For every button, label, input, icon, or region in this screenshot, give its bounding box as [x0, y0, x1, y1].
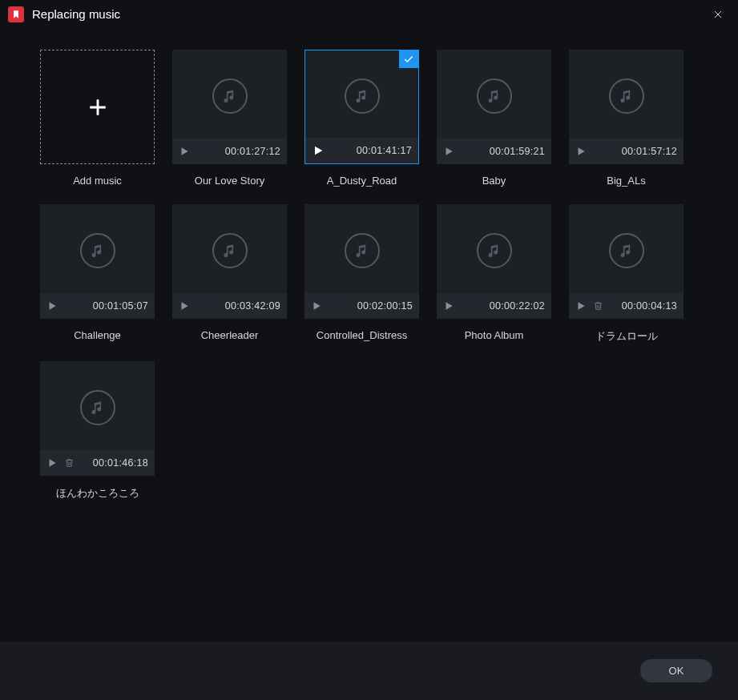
music-tile: 00:01:59:21Baby [437, 50, 551, 187]
time-strip: 00:02:00:15 [304, 293, 419, 319]
time-strip: 00:01:05:07 [40, 293, 155, 319]
music-tile: 00:03:42:09Cheerleader [172, 204, 287, 344]
music-thumb[interactable]: 00:01:05:07 [40, 204, 155, 319]
music-thumb[interactable]: 00:00:22:02 [437, 204, 551, 319]
play-button[interactable] [179, 300, 190, 312]
music-thumb[interactable]: 00:01:27:12 [172, 50, 287, 164]
delete-button[interactable] [64, 457, 75, 469]
play-button[interactable] [312, 144, 325, 157]
music-thumb[interactable]: 00:01:46:18 [40, 361, 155, 476]
selected-check-icon [399, 50, 418, 68]
play-button[interactable] [46, 300, 58, 312]
duration-text: 00:01:27:12 [225, 146, 280, 157]
time-strip: 00:01:46:18 [40, 450, 155, 476]
window-title: Replacing music [32, 7, 120, 21]
music-name: Big_ALs [607, 175, 645, 187]
music-name: ドラムロール [595, 329, 658, 344]
music-note-icon [212, 233, 248, 268]
play-button[interactable] [443, 300, 454, 312]
time-strip: 00:00:04:13 [569, 293, 684, 319]
music-thumb[interactable]: 00:00:04:13 [569, 204, 684, 319]
music-note-icon [609, 233, 644, 268]
add-music-tile: Add music [40, 50, 155, 187]
time-strip: 00:03:42:09 [172, 293, 287, 319]
music-tile: 00:00:04:13ドラムロール [569, 204, 684, 344]
music-note-icon [345, 233, 380, 268]
music-name: Challenge [74, 329, 121, 341]
add-music-label: Add music [73, 175, 122, 187]
music-tile: 00:01:46:18ほんわかころころ [40, 361, 155, 501]
music-tile: 00:01:27:12Our Love Story [172, 50, 287, 187]
play-button[interactable] [575, 300, 587, 312]
footer: OK [0, 642, 738, 700]
music-note-icon [80, 390, 115, 425]
music-name: Photo Album [465, 329, 524, 341]
play-button[interactable] [46, 457, 58, 469]
app-logo [8, 6, 24, 22]
music-tile: 00:01:57:12Big_ALs [569, 50, 684, 187]
music-name: Our Love Story [195, 175, 264, 187]
music-note-icon [345, 78, 380, 114]
music-thumb[interactable]: 00:01:41:17 [304, 50, 419, 164]
music-thumb[interactable]: 00:02:00:15 [304, 204, 419, 319]
music-note-icon [609, 78, 644, 114]
delete-button[interactable] [593, 300, 603, 312]
duration-text: 00:01:57:12 [622, 146, 677, 157]
duration-text: 00:03:42:09 [225, 300, 280, 312]
music-name: Cheerleader [201, 329, 259, 341]
music-tile: 00:01:05:07Challenge [40, 204, 155, 344]
titlebar: Replacing music [0, 0, 738, 28]
music-grid: Add music 00:01:27:12Our Love Story00:01… [0, 28, 738, 509]
music-note-icon [212, 78, 248, 114]
close-button[interactable] [706, 2, 730, 26]
music-note-icon [80, 233, 115, 268]
duration-text: 00:00:22:02 [490, 300, 545, 312]
music-name: Baby [482, 175, 506, 187]
play-button[interactable] [179, 146, 190, 157]
music-name: ほんわかころころ [56, 486, 139, 501]
music-note-icon [477, 233, 512, 268]
music-tile: 00:02:00:15Controlled_Distress [304, 204, 419, 344]
duration-text: 00:01:46:18 [93, 457, 148, 469]
time-strip: 00:01:59:21 [437, 139, 551, 164]
music-note-icon [477, 78, 512, 114]
duration-text: 00:00:04:13 [622, 300, 677, 312]
music-name: A_Dusty_Road [327, 175, 397, 187]
add-music-button[interactable] [40, 50, 155, 164]
time-strip: 00:01:41:17 [305, 138, 418, 163]
close-icon [713, 10, 723, 19]
duration-text: 00:01:41:17 [357, 145, 412, 156]
music-tile: 00:00:22:02Photo Album [437, 204, 551, 344]
duration-text: 00:01:59:21 [490, 146, 545, 157]
music-thumb[interactable]: 00:03:42:09 [172, 204, 287, 319]
plus-icon [87, 97, 108, 118]
music-tile: 00:01:41:17A_Dusty_Road [304, 50, 419, 187]
music-thumb[interactable]: 00:01:57:12 [569, 50, 684, 164]
time-strip: 00:01:57:12 [569, 139, 684, 164]
ok-button[interactable]: OK [640, 659, 712, 682]
music-name: Controlled_Distress [317, 329, 407, 341]
play-button[interactable] [443, 146, 454, 157]
time-strip: 00:01:27:12 [172, 139, 287, 164]
play-button[interactable] [575, 146, 587, 157]
duration-text: 00:01:05:07 [93, 300, 148, 312]
play-button[interactable] [311, 300, 322, 312]
time-strip: 00:00:22:02 [437, 293, 551, 319]
duration-text: 00:02:00:15 [357, 300, 413, 312]
music-thumb[interactable]: 00:01:59:21 [437, 50, 551, 164]
